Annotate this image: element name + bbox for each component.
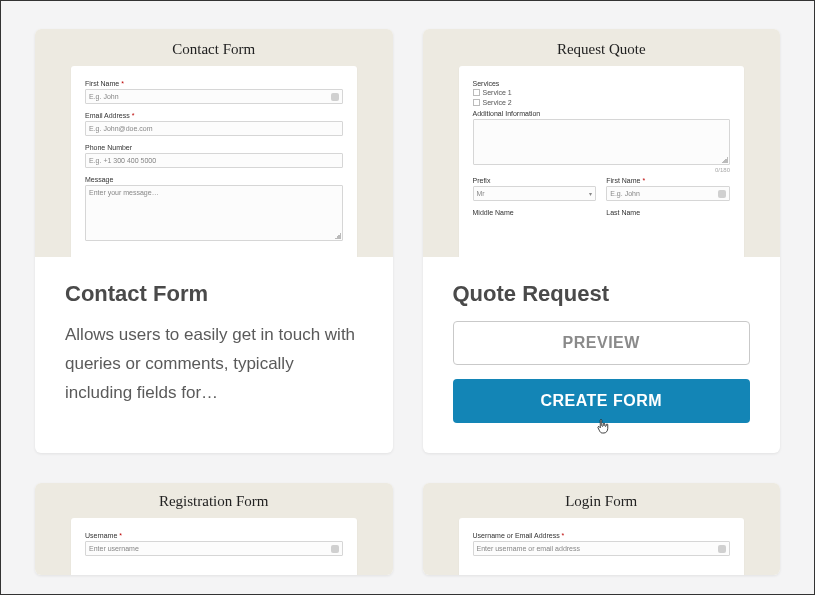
template-card-quote[interactable]: Request Quote Services Service 1 Service… (423, 29, 781, 453)
field-input: E.g. +1 300 400 5000 (85, 153, 343, 168)
field-label: Email Address (85, 112, 343, 119)
card-title: Contact Form (65, 281, 363, 307)
card-body: Quote Request PREVIEW CREATE FORM (423, 257, 781, 453)
card-body: Contact Form Allows users to easily get … (35, 257, 393, 438)
field-label: Last Name (606, 209, 730, 216)
field-label: Username (85, 532, 343, 539)
field-input: E.g. John@doe.com (85, 121, 343, 136)
thumbnail: Login Form Username or Email Address Ent… (423, 483, 781, 575)
field-label: First Name (85, 80, 343, 87)
template-grid: Contact Form First Name E.g. John Email … (1, 1, 814, 595)
checkbox-option: Service 1 (473, 89, 731, 96)
thumbnail-title: Login Form (459, 493, 745, 510)
field-label: Middle Name (473, 209, 597, 216)
field-label: First Name (606, 177, 730, 184)
thumbnail-form-preview: Services Service 1 Service 2 Additional … (459, 66, 745, 257)
thumbnail-title: Contact Form (71, 41, 357, 58)
card-title: Quote Request (453, 281, 751, 307)
thumbnail: Request Quote Services Service 1 Service… (423, 29, 781, 257)
checkbox-option: Service 2 (473, 99, 731, 106)
template-card-registration[interactable]: Registration Form Username Enter usernam… (35, 483, 393, 575)
thumbnail-form-preview: First Name E.g. John Email Address E.g. … (71, 66, 357, 257)
create-form-button[interactable]: CREATE FORM (453, 379, 751, 423)
field-label: Message (85, 176, 343, 183)
button-label: PREVIEW (563, 334, 640, 352)
field-input: Enter username (85, 541, 343, 556)
card-actions: PREVIEW CREATE FORM (453, 321, 751, 423)
thumbnail-form-preview: Username or Email Address Enter username… (459, 518, 745, 575)
field-label: Prefix (473, 177, 597, 184)
field-label: Phone Number (85, 144, 343, 151)
template-card-contact[interactable]: Contact Form First Name E.g. John Email … (35, 29, 393, 453)
field-textarea: Enter your message… (85, 185, 343, 241)
char-counter: 0/180 (473, 167, 731, 173)
field-label: Additional Information (473, 110, 731, 117)
template-card-login[interactable]: Login Form Username or Email Address Ent… (423, 483, 781, 575)
thumbnail: Registration Form Username Enter usernam… (35, 483, 393, 575)
field-label: Services (473, 80, 731, 87)
card-description: Allows users to easily get in touch with… (65, 321, 363, 408)
field-input: E.g. John (606, 186, 730, 201)
field-input: E.g. John (85, 89, 343, 104)
field-label: Username or Email Address (473, 532, 731, 539)
field-input: Enter username or email address (473, 541, 731, 556)
thumbnail: Contact Form First Name E.g. John Email … (35, 29, 393, 257)
thumbnail-title: Request Quote (459, 41, 745, 58)
field-select: Mr▾ (473, 186, 597, 201)
preview-button[interactable]: PREVIEW (453, 321, 751, 365)
field-textarea (473, 119, 731, 165)
button-label: CREATE FORM (540, 392, 662, 410)
thumbnail-form-preview: Username Enter username (71, 518, 357, 575)
cursor-pointer-icon (595, 417, 613, 437)
thumbnail-title: Registration Form (71, 493, 357, 510)
